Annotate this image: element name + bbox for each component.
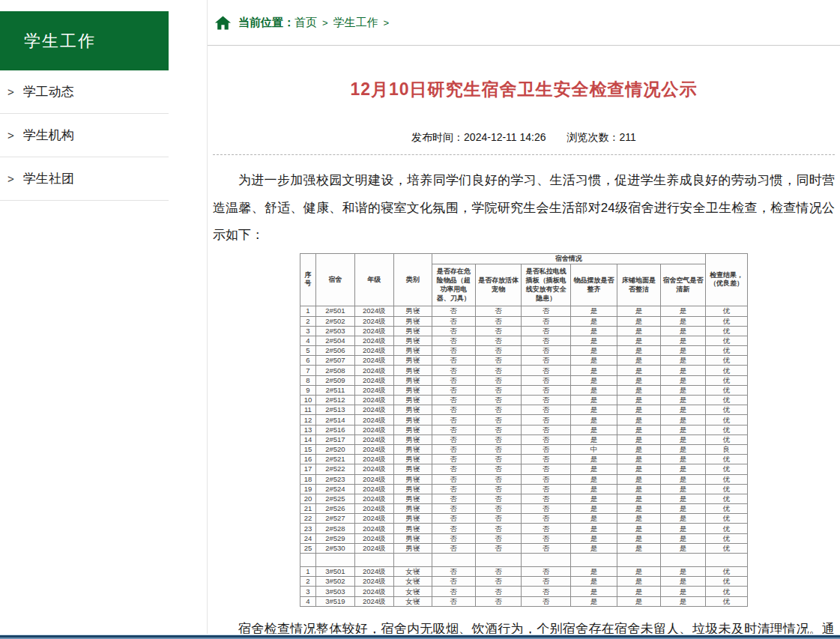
table-cell: 2#517 [315, 434, 354, 444]
table-cell: 是 [661, 434, 706, 444]
table-cell: 是 [661, 587, 706, 596]
table-cell: 2#506 [315, 346, 354, 356]
table-cell: 是 [571, 356, 617, 366]
table-cell: 2024级 [354, 326, 393, 336]
table-cell: 男寝 [393, 405, 432, 415]
table-cell: 2#514 [315, 415, 354, 425]
table-cell: 是 [617, 425, 661, 434]
table-cell: 否 [476, 415, 522, 425]
table-cell: 男寝 [393, 524, 432, 533]
table-cell: 22 [300, 514, 316, 524]
table-cell: 是 [617, 596, 661, 606]
table-cell: 否 [522, 306, 571, 316]
table-cell: 否 [432, 464, 476, 474]
table-cell: 是 [661, 444, 706, 454]
table-cell: 10 [300, 396, 316, 405]
table-cell: 男寝 [393, 484, 432, 494]
table-cell: 3#503 [315, 587, 354, 596]
sidebar-item-xuesheng-jigou[interactable]: >学生机构 [0, 114, 169, 157]
table-cell: 是 [571, 455, 617, 464]
table-cell: 是 [661, 543, 706, 553]
table-cell: 否 [476, 524, 522, 533]
table-cell: 男寝 [393, 346, 432, 356]
table-cell: 否 [522, 533, 571, 543]
table-cell: 否 [432, 366, 476, 375]
table-cell: 是 [617, 494, 661, 503]
table-cell: 2024级 [354, 567, 393, 577]
table-cell: 4 [300, 336, 316, 345]
table-cell: 否 [476, 464, 522, 474]
table-cell: 否 [476, 316, 522, 326]
table-cell: 3#502 [315, 577, 354, 587]
inspection-table: 序号宿舍年级类别宿舍情况检查结果，（优良差）是否存在危险物品（超功率用电器、刀具… [300, 253, 748, 607]
table-cell: 否 [476, 396, 522, 405]
table-cell: 否 [476, 533, 522, 543]
table-cell: 否 [476, 474, 522, 484]
table-cell: 3 [300, 326, 316, 336]
table-cell: 是 [617, 543, 661, 553]
table-cell: 优 [705, 484, 747, 494]
table-cell: 是 [571, 587, 617, 596]
table-cell: 是 [617, 316, 661, 326]
table-cell: 男寝 [393, 415, 432, 425]
page-layout: 学生工作 >学工动态>学生机构>学生社团 当前位置： 首页>学生工作> 12月1… [0, 0, 840, 639]
table-cell: 否 [476, 543, 522, 553]
table-cell: 女寝 [393, 567, 432, 577]
table-cell: 否 [432, 356, 476, 366]
table-cell: 23 [300, 524, 316, 533]
table-cell: 2024级 [354, 434, 393, 444]
table-cell: 中 [571, 444, 617, 454]
article-meta: 发布时间：2024-12-11 14:26浏览次数：211 [213, 131, 835, 145]
table-cell: 25 [300, 543, 316, 553]
home-icon[interactable] [214, 14, 232, 31]
table-cell: 是 [661, 366, 706, 375]
table-cell: 2#512 [315, 396, 354, 405]
table-header-cell: 年级 [354, 253, 393, 306]
table-row: 252#5302024级男寝否否否是是是优 [300, 543, 748, 553]
table-cell: 是 [617, 587, 661, 596]
table-cell: 2#524 [315, 484, 354, 494]
inspection-table-image: 序号宿舍年级类别宿舍情况检查结果，（优良差）是否存在危险物品（超功率用电器、刀具… [300, 253, 748, 607]
breadcrumb-separator: > [384, 17, 390, 28]
sidebar-item-xuesheng-shetuan[interactable]: >学生社团 [0, 157, 169, 201]
table-cell: 男寝 [393, 543, 432, 553]
table-row: 42#5042024级男寝否否否是是是优 [300, 336, 748, 345]
table-cell: 2024级 [354, 316, 393, 326]
table-cell: 是 [571, 494, 617, 503]
table-cell: 优 [705, 415, 747, 425]
table-cell: 否 [432, 375, 476, 385]
table-cell: 是 [661, 375, 706, 385]
table-cell: 是 [661, 415, 706, 425]
table-cell: 否 [432, 415, 476, 425]
table-cell: 2024级 [354, 356, 393, 366]
table-cell: 优 [705, 533, 747, 543]
table-cell: 女寝 [393, 577, 432, 587]
breadcrumb-link-1[interactable]: 学生工作 [333, 16, 378, 28]
table-cell: 否 [522, 577, 571, 587]
table-cell: 2024级 [354, 396, 393, 405]
table-cell [354, 554, 393, 567]
table-cell: 是 [617, 385, 661, 395]
table-cell: 2024级 [354, 484, 393, 494]
table-subheader-cell: 是否私拉电线插板（插板电线安放有安全隐患） [522, 264, 571, 306]
table-row: 62#5072024级男寝否否否是是是优 [300, 356, 748, 366]
table-cell: 是 [617, 474, 661, 484]
table-subheader-cell: 宿舍空气是否清新 [661, 264, 706, 306]
table-header-cell: 宿舍 [315, 253, 354, 306]
table-row: 112#5132024级男寝否否否是是是优 [300, 405, 748, 415]
table-cell [571, 554, 617, 567]
table-cell: 否 [432, 306, 476, 316]
sidebar-item-xuegong-dongtai[interactable]: >学工动态 [0, 70, 169, 114]
table-cell: 是 [571, 375, 617, 385]
table-cell: 是 [571, 405, 617, 415]
table-cell: 是 [571, 396, 617, 405]
table-row: 122#5142024级男寝否否否是是是优 [300, 415, 748, 425]
table-cell: 否 [522, 316, 571, 326]
breadcrumb-link-0[interactable]: 首页 [294, 16, 317, 28]
table-cell: 男寝 [393, 326, 432, 336]
table-cell: 男寝 [393, 494, 432, 503]
sidebar-title: 学生工作 [0, 11, 169, 70]
table-row: 72#5082024级男寝否否否是是是优 [300, 366, 748, 375]
table-cell: 13 [300, 425, 316, 434]
table-cell: 是 [617, 336, 661, 345]
